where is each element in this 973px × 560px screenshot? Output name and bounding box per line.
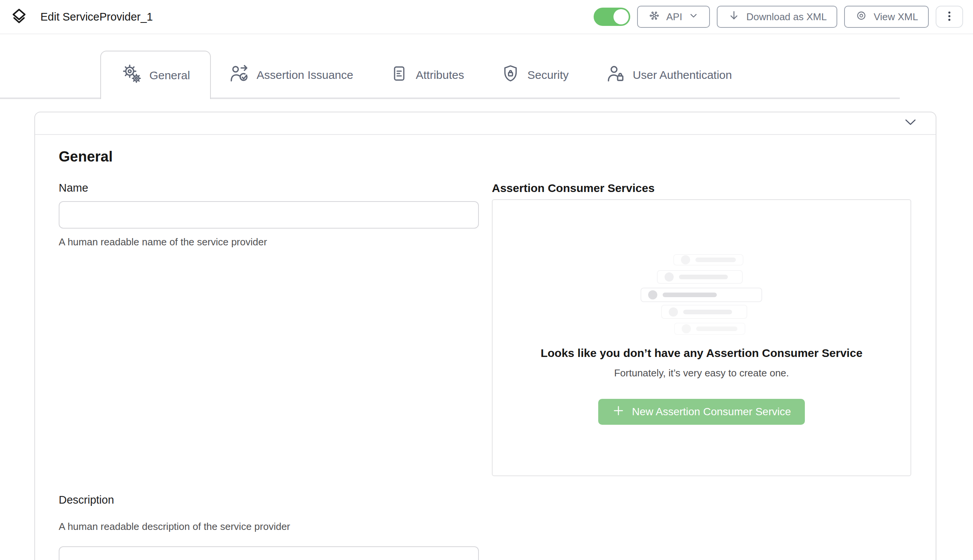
view-xml-button[interactable]: View XML bbox=[844, 6, 929, 28]
tab-label: User Authentication bbox=[633, 68, 732, 82]
layers-icon bbox=[10, 7, 28, 27]
name-label: Name bbox=[59, 182, 479, 194]
tab-security[interactable]: Security bbox=[482, 51, 587, 99]
skeleton-row bbox=[657, 270, 743, 284]
tab-assertion-issuance[interactable]: Assertion Issuance bbox=[211, 51, 371, 99]
edit-card: General Name A human readable name of th… bbox=[34, 112, 936, 560]
description-input[interactable] bbox=[59, 546, 479, 560]
collapse-bar[interactable] bbox=[35, 112, 936, 135]
edit-service-provider-page: Edit ServiceProvider_1 bbox=[0, 0, 973, 560]
plus-icon bbox=[612, 404, 625, 420]
view-xml-label: View XML bbox=[873, 11, 918, 23]
acs-empty-title: Looks like you don’t have any Assertion … bbox=[541, 347, 863, 360]
tab-general[interactable]: General bbox=[100, 51, 211, 99]
general-form-column: Name A human readable name of the servic… bbox=[59, 182, 479, 560]
tab-bar: General Assertion Issuance bbox=[0, 34, 973, 99]
download-xml-button[interactable]: Download as XML bbox=[717, 6, 837, 28]
tab-user-authentication[interactable]: User Authentication bbox=[587, 51, 750, 99]
chevron-down-icon bbox=[688, 10, 699, 24]
description-label: Description bbox=[59, 494, 479, 506]
name-help-text: A human readable name of the service pro… bbox=[59, 236, 479, 248]
eye-icon bbox=[855, 9, 868, 25]
tab-label: General bbox=[149, 69, 190, 82]
new-acs-button-label: New Assertion Consumer Service bbox=[632, 406, 791, 418]
form-columns: Name A human readable name of the servic… bbox=[59, 182, 912, 560]
enabled-toggle[interactable] bbox=[593, 8, 630, 26]
tab-attributes[interactable]: Attributes bbox=[371, 51, 482, 99]
download-arrow-icon bbox=[727, 9, 741, 25]
api-button[interactable]: API bbox=[637, 6, 710, 28]
description-help-text: A human readable description of the serv… bbox=[59, 521, 479, 533]
document-lines-icon bbox=[390, 64, 409, 86]
skeleton-row bbox=[640, 288, 762, 302]
more-options-button[interactable] bbox=[936, 6, 963, 28]
tab-list: General Assertion Issuance bbox=[100, 51, 750, 99]
skeleton-row bbox=[661, 305, 747, 319]
skeleton-row bbox=[674, 323, 746, 335]
top-bar: Edit ServiceProvider_1 bbox=[0, 0, 973, 34]
acs-empty-panel: Looks like you don’t have any Assertion … bbox=[492, 199, 911, 476]
tab-label: Attributes bbox=[416, 68, 464, 82]
empty-list-illustration bbox=[640, 254, 762, 335]
acs-heading: Assertion Consumer Services bbox=[492, 182, 911, 195]
tab-label: Security bbox=[527, 68, 568, 82]
user-lock-icon bbox=[605, 63, 626, 87]
gears-icon bbox=[121, 63, 142, 87]
skeleton-row bbox=[673, 254, 744, 265]
api-button-label: API bbox=[667, 11, 682, 23]
download-xml-label: Download as XML bbox=[746, 11, 827, 23]
general-heading: General bbox=[59, 148, 912, 165]
acs-empty-subtitle: Fortunately, it’s very easy to create on… bbox=[614, 367, 789, 379]
top-bar-actions: API Download as XML bbox=[593, 6, 963, 28]
name-input[interactable] bbox=[59, 201, 479, 228]
new-acs-button[interactable]: New Assertion Consumer Service bbox=[598, 399, 804, 425]
kebab-icon bbox=[944, 10, 955, 24]
page-title: Edit ServiceProvider_1 bbox=[40, 11, 153, 23]
tab-label: Assertion Issuance bbox=[257, 68, 353, 82]
user-arrow-check-icon bbox=[229, 63, 250, 87]
top-bar-left: Edit ServiceProvider_1 bbox=[10, 7, 153, 27]
shield-lock-icon bbox=[501, 63, 520, 86]
card-body: General Name A human readable name of th… bbox=[35, 135, 936, 560]
collapse-chevron-down-icon bbox=[903, 118, 918, 129]
api-hub-icon bbox=[648, 9, 661, 25]
acs-column: Assertion Consumer Services Looks like y… bbox=[492, 182, 911, 560]
toggle-knob bbox=[614, 9, 629, 24]
